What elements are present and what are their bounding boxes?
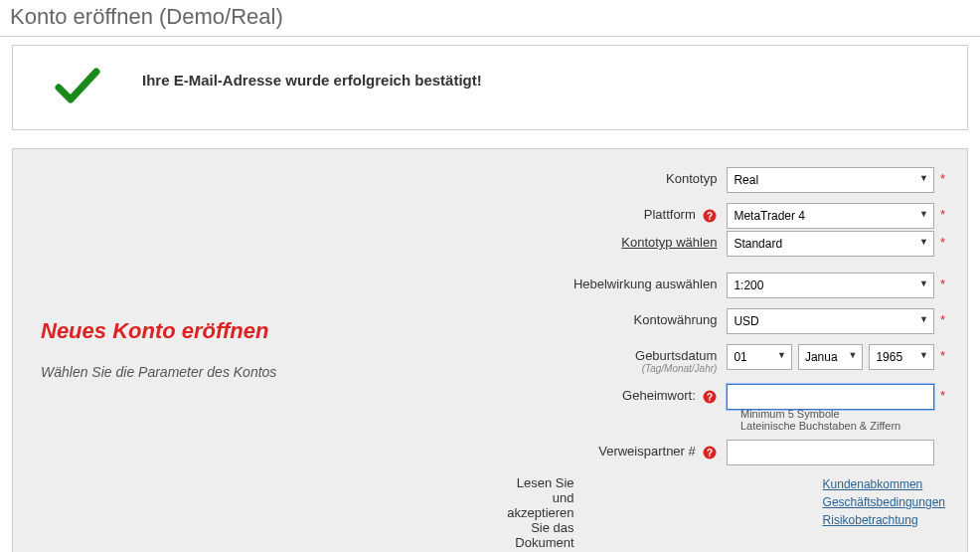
help-icon[interactable]: ? [703,390,717,404]
label-currency: Kontowährung [502,308,727,327]
label-referral: Verweispartner # ? [502,440,727,460]
success-message-box: Ihre E-Mail-Adresse wurde erfolgreich be… [12,45,968,130]
form-heading: Neues Konto eröffnen [41,318,276,344]
dob-month-select[interactable]: Janua [798,344,864,370]
link-terms[interactable]: Geschäftsbedingungen [823,493,945,511]
choose-type-link[interactable]: Kontotyp wählen [621,235,717,250]
link-risk[interactable]: Risikobetrachtung [823,511,945,529]
required-mark: * [940,167,945,186]
required-mark: * [940,384,945,403]
dob-year-select[interactable]: 1965 [869,344,934,370]
form-panel: Neues Konto eröffnen Wählen Sie die Para… [12,148,968,552]
account-type-select[interactable]: Real [727,167,934,193]
page-title: Konto eröffnen (Demo/Real) [0,0,980,36]
success-message-text: Ihre E-Mail-Adresse wurde erfolgreich be… [142,72,482,89]
svg-text:?: ? [707,211,713,222]
svg-text:?: ? [707,392,713,403]
svg-text:?: ? [707,448,713,459]
help-icon[interactable]: ? [703,209,717,223]
label-dob: Geburtsdatum (Tag/Monat/Jahr) [502,344,727,374]
required-mark: * [940,308,945,327]
dob-day-select[interactable]: 01 [727,344,792,370]
password-hint: Minimum 5 Symbole Lateinische Buchstaben… [740,408,945,432]
link-agreement[interactable]: Kundenabkommen [823,475,945,493]
form-subheading: Wählen Sie die Parameter des Kontos [41,364,276,380]
required-mark: * [940,203,945,222]
help-icon[interactable]: ? [703,446,717,460]
required-mark: * [940,344,945,363]
label-docs: Lesen Sie und akzeptieren Sie das Dokume… [502,475,584,550]
choose-type-select[interactable]: Standard [727,231,934,257]
platform-select[interactable]: MetaTrader 4 [727,203,934,229]
label-platform: Plattform ? [502,203,727,223]
required-mark: * [940,231,945,250]
currency-select[interactable]: USD [727,308,934,334]
label-leverage: Hebelwirkung auswählen [502,273,727,291]
password-input[interactable] [727,384,934,410]
referral-input[interactable] [727,440,934,465]
checkmark-icon [53,66,102,105]
leverage-select[interactable]: 1:200 [727,273,934,298]
divider [0,36,980,37]
required-mark: * [940,273,945,291]
label-account-type: Kontotyp [502,167,727,186]
label-password: Geheimwort: ? [502,384,727,404]
